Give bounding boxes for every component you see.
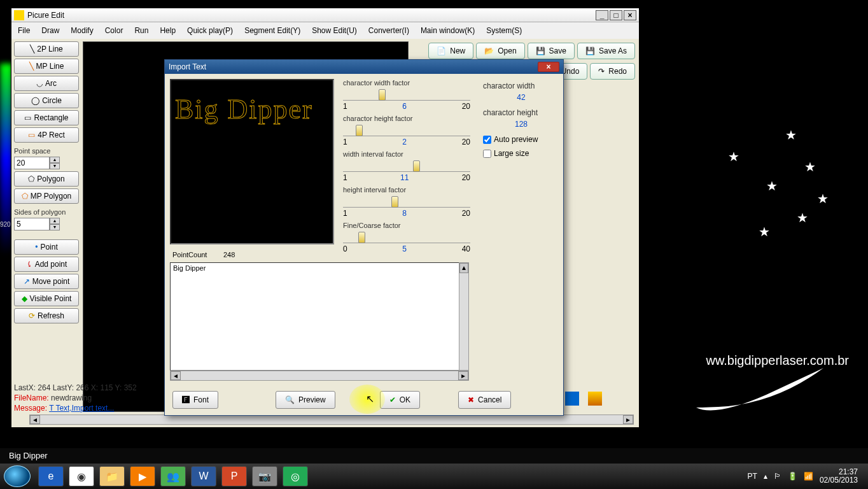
tray-wifi-icon[interactable]: 📶 [804,472,813,481]
maximize-button[interactable]: □ [610,10,622,20]
slider-heightInterval[interactable] [343,195,470,208]
textarea-vscroll[interactable]: ▴ [459,262,469,371]
slider-widthFactor[interactable] [343,88,470,101]
font-icon: 🅵 [182,395,190,404]
tool-circle[interactable]: ◯Circle [14,93,79,108]
tool-refresh[interactable]: ⟳Refresh [14,308,79,323]
pointcount-value: 248 [223,251,235,259]
taskbar-media[interactable]: ▶ [130,466,155,486]
pointcount-label: PointCount [172,251,207,259]
menu-show-edit[interactable]: Show Edit(U) [312,26,357,35]
menu-main-window[interactable]: Main window(K) [421,26,475,35]
point-space-down[interactable]: ▼ [50,163,60,169]
tool-polygon[interactable]: ⬠Polygon [14,171,79,187]
menu-help[interactable]: Help [160,26,176,35]
menu-segment-edit[interactable]: Segment Edit(Y) [244,26,300,35]
point-space-up[interactable]: ▲ [50,157,60,163]
menu-converter[interactable]: Converter(I) [368,26,409,35]
char-width-label: charactor width [483,82,559,90]
slider-label-widthFactor: charactor width factor [343,79,470,87]
taskbar-chrome[interactable]: ◉ [69,466,94,486]
sides-label: Sides of polygon [14,208,79,216]
tool-arc[interactable]: ◡Arc [14,76,79,91]
point-space-input[interactable] [14,157,50,169]
preview-button[interactable]: 🔍Preview [276,391,335,409]
rect-icon: ▭ [24,113,31,122]
redo-button[interactable]: ↷Redo [590,63,635,80]
slider-fineCoarse[interactable] [343,230,470,243]
start-button[interactable] [4,465,31,487]
menu-color[interactable]: Color [105,26,123,35]
taskbar-explorer[interactable]: 📁 [99,466,125,486]
point-space-label: Point space [14,147,79,155]
dialog-close-button[interactable]: × [538,62,559,72]
rect4p-icon: ▭ [28,131,35,139]
movepoint-icon: ↗ [24,277,30,286]
save-as-button[interactable]: 💾Save As [577,43,635,59]
taskbar-app2[interactable]: ◎ [283,466,308,486]
tool-icon-2[interactable] [588,392,602,406]
tool-visible-point[interactable]: ◆Visible Point [14,291,79,306]
taskbar-msn[interactable]: 👥 [160,466,186,486]
menu-quickplay[interactable]: Quick play(P) [187,26,233,35]
auto-preview-checkbox[interactable]: Auto preview [483,135,559,144]
open-icon: 📂 [484,46,494,55]
import-text-dialog: Import Text × Big Dipper PointCount 248 … [164,59,564,416]
tray-lang[interactable]: PT [748,472,757,481]
close-button[interactable]: × [624,10,636,20]
point-icon: • [35,243,38,252]
menu-draw[interactable]: Draw [41,26,59,35]
side-label: 920 [0,221,11,228]
taskbar-word[interactable]: W [191,466,216,486]
tray-battery-icon[interactable]: 🔋 [788,472,797,481]
polygon-icon: ⬠ [28,174,34,183]
ta-scroll-right[interactable]: ▸ [458,371,468,380]
tray-flag-icon[interactable]: 🏳 [774,472,781,481]
new-button[interactable]: 📄New [428,43,473,59]
char-height-label: charactor height [483,108,559,117]
tool-mp-line[interactable]: ╲MP Line [14,59,79,74]
tool-add-point[interactable]: ⤹Add point [14,257,79,272]
taskbar-app1[interactable]: 📷 [252,466,277,486]
menubar: File Draw Modify Color Run Help Quick pl… [11,22,639,39]
minimize-button[interactable]: _ [596,10,608,20]
tool-point[interactable]: •Point [14,239,79,255]
ok-button[interactable]: ✔OK [380,391,420,409]
menu-system[interactable]: System(S) [486,26,522,35]
menu-run[interactable]: Run [134,26,148,35]
scroll-right[interactable]: ▸ [623,415,633,424]
save-button[interactable]: 💾Save [528,43,575,59]
text-input[interactable]: Big Dipper [170,262,469,371]
tool-mp-polygon[interactable]: ⬠MP Polygon [14,188,79,204]
ta-scroll-up[interactable]: ▴ [459,263,468,273]
textarea-hscroll[interactable]: ◂ ▸ [170,371,469,381]
slider-heightFactor[interactable] [343,124,470,136]
slider-label-heightFactor: charactor height factor [343,115,470,122]
tray-up-icon[interactable]: ▴ [764,472,767,481]
horizontal-scrollbar[interactable]: ◂ ▸ [29,415,634,425]
tool-icon-1[interactable] [565,392,579,406]
ta-scroll-left[interactable]: ◂ [171,371,181,380]
scroll-left[interactable]: ◂ [30,415,40,424]
tool-rectangle[interactable]: ▭Rectangle [14,110,79,125]
tray-clock[interactable]: 21:37 02/05/2013 [820,468,858,485]
tool-4p-rect[interactable]: ▭4P Rect [14,127,79,143]
sides-input[interactable] [14,218,50,230]
font-button[interactable]: 🅵Font [172,391,218,409]
slider-label-heightInterval: height interval factor [343,186,470,194]
slider-widthInterval[interactable] [343,159,470,172]
large-size-checkbox[interactable]: Large size [483,149,559,158]
menu-file[interactable]: File [18,26,30,35]
sides-up[interactable]: ▲ [50,218,60,224]
desktop-url: ww.bigdipperlaser.com.br [706,353,849,368]
menu-modify[interactable]: Modify [71,26,93,35]
char-height-value: 128 [483,120,559,129]
cancel-button[interactable]: ✖Cancel [458,391,511,409]
open-button[interactable]: 📂Open [476,43,524,59]
taskbar-powerpoint[interactable]: P [221,466,247,486]
tool-2p-line[interactable]: ╲2P Line [14,41,79,57]
desktop-decor: ★ ★ ★ ★ ★ ★ ★ [690,127,849,267]
taskbar-ie[interactable]: e [38,466,64,486]
sides-down[interactable]: ▼ [50,224,60,230]
tool-move-point[interactable]: ↗Move point [14,274,79,289]
